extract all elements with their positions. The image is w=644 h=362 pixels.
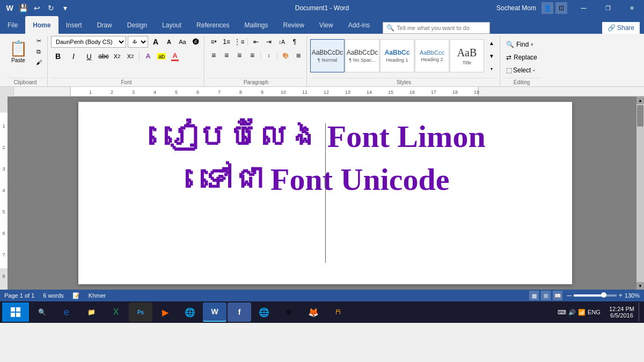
network-icon[interactable]: 📶 [578,309,586,316]
status-right: ▦ ⊞ 📖 ─ + 130% [529,291,640,300]
styles-expand-button[interactable]: ▾ [486,63,497,75]
chrome-button[interactable]: 🌐 [178,302,202,322]
font-family-select[interactable]: DaunPenh (Body CS) [51,36,126,48]
svg-text:2: 2 [111,90,113,95]
restore-down-icon[interactable]: ⊡ [555,2,567,14]
tab-file[interactable]: File [0,16,25,34]
justify-button[interactable]: ≡ [246,49,258,61]
zoom-slider[interactable] [574,294,617,297]
show-desktop-button[interactable] [639,302,642,322]
bold-button[interactable]: B [51,49,65,63]
numbering-button[interactable]: 1≡ [221,36,232,48]
font-shrink-button[interactable]: A [163,36,175,48]
tab-layout[interactable]: Layout [155,16,189,34]
tab-review[interactable]: Review [276,16,312,34]
account-icon[interactable]: 👤 [541,2,553,14]
save-button[interactable]: 💾 [17,2,29,14]
photoshop-button[interactable]: Ps [129,302,152,322]
document-page[interactable]: រៀបបំលែង Font Limon ទៅជា Font Unicode [78,102,572,284]
language-indicator[interactable]: ENG [588,309,601,315]
facebook-button[interactable]: f [228,302,251,322]
style-heading2-button[interactable]: AaBbCcc Heading 2 [415,39,449,72]
align-right-button[interactable]: ≡ [233,49,245,61]
print-layout-button[interactable]: ▦ [529,291,539,300]
close-button[interactable]: ✕ [620,0,644,16]
clock[interactable]: 12:24 PM 6/5/2016 [605,306,639,319]
search-taskbar-button[interactable]: 🔍 [30,302,54,322]
show-formatting-button[interactable]: ¶ [289,36,301,48]
italic-button[interactable]: I [67,49,80,63]
cut-button[interactable]: ✂ [32,36,45,46]
keyboard-icon[interactable]: ⌨ [558,309,566,316]
borders-button[interactable]: ⊞ [292,49,304,61]
select-icon: ⬚ [506,67,512,74]
tab-addins[interactable]: Add-ins [341,16,378,34]
select-button[interactable]: ⬚ Select - [503,65,538,76]
tell-me-input[interactable] [397,25,486,31]
tab-view[interactable]: View [312,16,341,34]
styles-down-arrow[interactable]: ▼ [486,50,497,62]
change-case-button[interactable]: Aa [177,36,188,48]
vertical-scrollbar[interactable]: ▲ ▼ [636,97,644,290]
copy-button[interactable]: ⧉ [32,47,45,56]
decrease-indent-button[interactable]: ⇤ [250,36,262,48]
tab-home[interactable]: Home [25,16,58,34]
khmer-app-button[interactable]: ក [326,302,350,322]
bullets-button[interactable]: ≡• [208,36,219,48]
minimize-button[interactable]: ─ [572,0,596,16]
tab-mailings[interactable]: Mailings [237,16,275,34]
share-button[interactable]: 🔗 Share [602,22,640,34]
align-left-button[interactable]: ≡ [208,49,219,61]
paste-button[interactable]: 📋 Paste [5,36,31,67]
word-taskbar-button[interactable]: W [203,302,226,322]
replace-button[interactable]: ⇄ Replace [503,52,540,63]
style-no-spacing-button[interactable]: AaBbCcDc ¶ No Spac... [345,39,379,72]
style-title-button[interactable]: AaB Title [450,39,484,72]
find-button[interactable]: 🔍 Find ▾ [503,39,536,50]
app-unknown-button[interactable]: ⚙ [277,302,301,322]
highlight-color-button[interactable]: ab [156,50,167,62]
tab-insert[interactable]: Insert [58,16,90,34]
excel-button[interactable]: X [104,302,128,322]
tab-design[interactable]: Design [120,16,155,34]
style-heading1-button[interactable]: AaBbCc Heading 1 [380,39,414,72]
select-label: Select - [513,67,535,74]
tab-references[interactable]: References [189,16,237,34]
line-spacing-button[interactable]: ↕ [263,49,275,61]
maximize-button[interactable]: ❐ [596,0,620,16]
web-layout-button[interactable]: ⊞ [541,291,551,300]
read-mode-button[interactable]: 📖 [553,291,562,300]
zoom-in-button[interactable]: + [619,292,623,299]
styles-up-arrow[interactable]: ▲ [486,37,497,49]
undo-button[interactable]: ↩ [31,2,43,14]
start-button[interactable] [2,302,29,322]
sort-button[interactable]: ↕A [276,36,288,48]
redo-button[interactable]: ↻ [45,2,57,14]
text-effects-button[interactable]: A [142,50,154,62]
browser2-button[interactable]: 🌐 [252,302,276,322]
status-bar: Page 1 of 1 6 words 📝 Khmer ▦ ⊞ 📖 ─ + 13… [0,290,644,301]
font-grow-button[interactable]: A [150,36,162,48]
firefox-button[interactable]: 🦊 [302,302,325,322]
media-player-button[interactable]: ▶ [153,302,177,322]
format-painter-button[interactable]: 🖌 [32,57,45,67]
font-size-select[interactable]: 44 [128,36,148,48]
style-normal-button[interactable]: AaBbCcDc ¶ Normal [310,39,345,72]
ie-button[interactable]: e [55,302,78,322]
underline-button[interactable]: U [82,49,96,63]
shading-button[interactable]: 🎨 [280,49,291,61]
clear-formatting-button[interactable]: 🅐 [190,36,202,48]
subscript-button[interactable]: X2 [111,50,123,62]
tell-me-search[interactable]: 🔍 [383,22,490,34]
zoom-out-button[interactable]: ─ [567,292,572,299]
align-center-button[interactable]: ≡ [221,49,232,61]
tab-draw[interactable]: Draw [90,16,120,34]
superscript-button[interactable]: X2 [125,50,136,62]
multilevel-list-button[interactable]: ⋮≡ [233,36,245,48]
font-color-button[interactable]: A [169,50,181,62]
volume-icon[interactable]: 🔊 [568,309,576,316]
customize-qat-button[interactable]: ▾ [59,2,71,14]
increase-indent-button[interactable]: ⇥ [263,36,275,48]
file-explorer-button[interactable]: 📁 [79,302,103,322]
strikethrough-button[interactable]: abc [98,50,109,62]
